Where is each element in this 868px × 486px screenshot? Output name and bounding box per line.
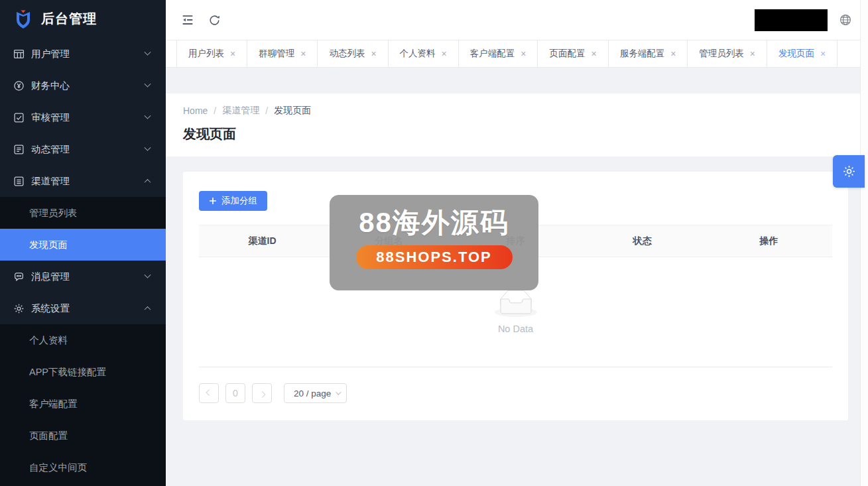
chevron-up-icon xyxy=(145,178,151,185)
empty-box-icon xyxy=(495,290,537,318)
sidebar-item-message-management[interactable]: 消息管理 xyxy=(0,261,166,292)
tab-user-list[interactable]: 用户列表× xyxy=(176,40,247,67)
chevron-down-icon xyxy=(336,389,341,395)
prev-page-button[interactable] xyxy=(199,383,219,403)
sidebar-subitem-custom-middle-page[interactable]: 自定义中间页 xyxy=(0,452,166,483)
sidebar-subitem-discovery-page[interactable]: 发现页面 xyxy=(0,229,166,261)
sidebar-item-label: 渠道管理 xyxy=(31,175,145,188)
close-icon[interactable]: × xyxy=(750,49,755,58)
channel-icon xyxy=(13,176,25,187)
close-icon[interactable]: × xyxy=(300,49,306,58)
finance-icon xyxy=(13,80,25,91)
breadcrumb-current: 发现页面 xyxy=(274,105,311,117)
sidebar-subitem-page-config[interactable]: 页面配置 xyxy=(0,420,166,452)
watermark-badge: 88SHOPS.TOP xyxy=(356,245,513,269)
close-icon[interactable]: × xyxy=(442,49,447,58)
sidebar-subitem-client-config[interactable]: 客户端配置 xyxy=(0,388,166,420)
tab-group-chat[interactable]: 群聊管理× xyxy=(247,40,318,67)
breadcrumb: Home / 渠道管理 / 发现页面 xyxy=(183,105,851,117)
sidebar-item-label: 用户管理 xyxy=(31,48,145,60)
close-icon[interactable]: × xyxy=(371,49,376,58)
sidebar-subitem-label: 管理员列表 xyxy=(29,207,78,219)
page-header: Home / 渠道管理 / 发现页面 发现页面 xyxy=(166,93,868,156)
watermark-overlay: 88海外源码 88SHOPS.TOP xyxy=(330,195,538,290)
sidebar-item-label: 消息管理 xyxy=(31,271,145,283)
shield-logo-icon xyxy=(15,9,32,29)
chevron-down-icon xyxy=(145,48,151,55)
tab-client-config[interactable]: 客户端配置× xyxy=(459,40,538,67)
watermark-text: 88海外源码 xyxy=(359,204,509,241)
add-group-button[interactable]: 添加分组 xyxy=(199,191,267,211)
sidebar-subitem-label: 个人资料 xyxy=(29,334,68,347)
page-size-value: 20 / page xyxy=(294,389,331,398)
tab-label: 管理员列表 xyxy=(699,48,744,60)
current-page-number: 0 xyxy=(233,388,238,398)
chevron-down-icon xyxy=(145,144,151,151)
tab-label: 发现页面 xyxy=(778,48,814,60)
sidebar-submenu-filler xyxy=(0,483,166,486)
sidebar-item-label: 审核管理 xyxy=(31,111,145,124)
app-logo: 后台管理 xyxy=(0,0,166,38)
redacted-user-info xyxy=(755,9,828,31)
current-page-button[interactable]: 0 xyxy=(225,383,245,403)
sidebar-subitem-label: 自定义中间页 xyxy=(29,461,87,474)
close-icon[interactable]: × xyxy=(820,49,826,58)
page-title: 发现页面 xyxy=(183,125,851,143)
chevron-down-icon xyxy=(145,80,151,87)
tab-bar: 用户列表× 群聊管理× 动态列表× 个人资料× 客户端配置× 页面配置× 服务端… xyxy=(166,40,868,68)
refresh-icon[interactable] xyxy=(208,14,221,27)
collapse-sidebar-icon[interactable] xyxy=(180,13,195,27)
topbar xyxy=(166,0,868,40)
audit-check-icon xyxy=(13,112,25,123)
plus-icon xyxy=(209,197,217,205)
gear-icon xyxy=(13,303,25,314)
tab-label: 客户端配置 xyxy=(470,48,515,60)
watermark-badge-text: 88SHOPS.TOP xyxy=(376,249,491,266)
close-icon[interactable]: × xyxy=(521,49,526,58)
users-grid-icon xyxy=(13,48,25,60)
tab-server-config[interactable]: 服务端配置× xyxy=(609,40,688,67)
column-header-status: 状态 xyxy=(579,235,706,247)
chevron-up-icon xyxy=(145,306,151,312)
tab-discovery-page[interactable]: 发现页面× xyxy=(767,40,837,67)
sidebar-item-user-management[interactable]: 用户管理 xyxy=(0,38,166,70)
chevron-down-icon xyxy=(145,112,151,119)
add-group-label: 添加分组 xyxy=(221,195,257,207)
settings-fab-button[interactable] xyxy=(833,155,865,188)
sidebar-subitem-profile[interactable]: 个人资料 xyxy=(0,324,166,356)
close-icon[interactable]: × xyxy=(591,49,596,58)
close-icon[interactable]: × xyxy=(670,49,676,58)
sidebar-subitem-label: 发现页面 xyxy=(29,239,68,251)
sidebar-item-audit-management[interactable]: 审核管理 xyxy=(0,101,166,133)
pagination: 0 20 / page xyxy=(199,383,832,403)
sidebar-subitem-admin-list[interactable]: 管理员列表 xyxy=(0,197,166,229)
spacer-band xyxy=(166,68,868,93)
sidebar-item-finance-center[interactable]: 财务中心 xyxy=(0,70,166,101)
breadcrumb-separator: / xyxy=(214,105,216,116)
scrollbar-track[interactable] xyxy=(860,0,868,486)
close-icon[interactable]: × xyxy=(230,49,235,58)
tab-label: 用户列表 xyxy=(188,48,224,60)
chevron-left-icon xyxy=(206,389,212,396)
tab-label: 个人资料 xyxy=(400,48,436,60)
gear-icon xyxy=(842,164,856,178)
sidebar-subitem-app-download-config[interactable]: APP下载链接配置 xyxy=(0,356,166,388)
no-data-label: No Data xyxy=(498,324,533,334)
tab-label: 服务端配置 xyxy=(620,48,665,60)
sidebar-item-system-settings[interactable]: 系统设置 xyxy=(0,292,166,324)
breadcrumb-channel-management[interactable]: 渠道管理 xyxy=(222,105,259,117)
breadcrumb-home[interactable]: Home xyxy=(183,105,208,116)
sidebar-item-dynamic-management[interactable]: 动态管理 xyxy=(0,133,166,165)
message-icon xyxy=(13,271,25,282)
tab-dynamic-list[interactable]: 动态列表× xyxy=(318,40,388,67)
language-globe-icon[interactable] xyxy=(839,14,851,26)
page-size-select[interactable]: 20 / page xyxy=(284,383,347,403)
chevron-right-icon xyxy=(259,391,265,397)
tab-label: 群聊管理 xyxy=(259,48,294,60)
tab-admin-list[interactable]: 管理员列表× xyxy=(688,40,767,67)
next-page-button[interactable] xyxy=(252,383,272,403)
tab-profile[interactable]: 个人资料× xyxy=(389,40,459,67)
app-title: 后台管理 xyxy=(41,10,97,28)
sidebar-item-channel-management[interactable]: 渠道管理 xyxy=(0,165,166,197)
tab-page-config[interactable]: 页面配置× xyxy=(538,40,608,67)
